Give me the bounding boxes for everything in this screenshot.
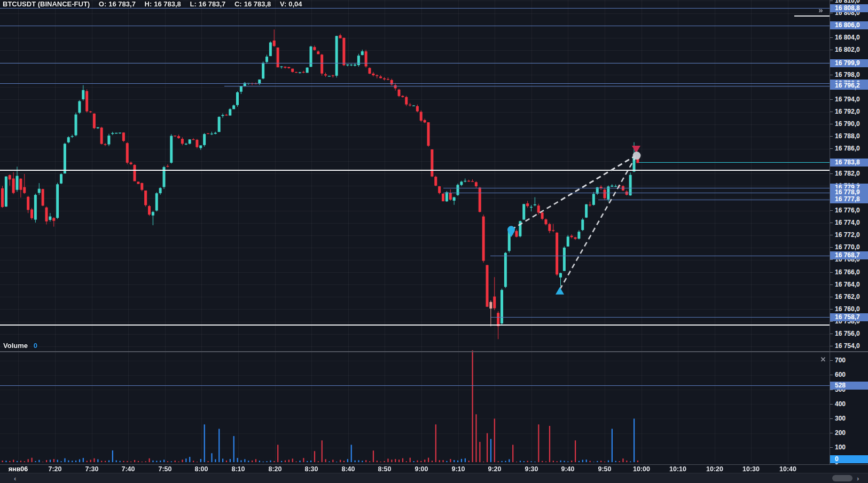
time-tick-10-30: 10:30 — [742, 465, 760, 473]
price-tick-16776: 16 776,0 — [830, 207, 868, 215]
price-tick-16792: 16 792,0 — [830, 108, 868, 116]
price-tick-16788: 16 788,0 — [830, 132, 868, 140]
tick-text: 16 772,0 — [835, 231, 860, 239]
price-chart-canvas[interactable] — [0, 0, 830, 462]
volume-zero-label: 0 — [830, 455, 868, 463]
tick-dash — [830, 447, 833, 448]
time-tick-янв06: янв06 — [9, 465, 28, 473]
tick-dash — [830, 99, 833, 100]
time-tick-10-10: 10:10 — [669, 465, 686, 473]
tick-text: 16 764,0 — [835, 281, 860, 289]
volume-tick-600: 600 — [830, 371, 868, 379]
time-tick-8-30: 8:30 — [304, 465, 318, 473]
price-level-label-16758.7: 16 758,7 — [830, 313, 868, 321]
collapse-axis-icon[interactable]: » — [813, 5, 827, 15]
time-tick-9-20: 9:20 — [488, 465, 501, 473]
tick-text: 700 — [835, 357, 846, 365]
volume-label: V: — [280, 0, 286, 8]
tick-text: 200 — [835, 429, 846, 437]
tick-text: 16 766,0 — [835, 268, 860, 276]
symbol-title[interactable]: BTCUSDT (BINANCE-FUT) — [3, 0, 90, 8]
horizontal-scrollbar[interactable]: ‹ › — [0, 473, 868, 483]
tick-dash — [830, 272, 833, 273]
time-axis[interactable]: янв067:207:307:407:508:008:108:208:308:4… — [0, 465, 830, 473]
volume-pane-title[interactable]: Volume — [3, 342, 28, 350]
tick-text: 16 788,0 — [835, 132, 860, 140]
open-value: 16 783,7 — [108, 0, 136, 8]
tick-text: 16 782,0 — [835, 170, 860, 178]
price-tick-16774: 16 774,0 — [830, 219, 868, 227]
ohlc-legend: BTCUSDT (BINANCE-FUT) O:16 783,7 H:16 78… — [3, 0, 304, 9]
time-axis-border — [0, 464, 868, 465]
pane-separator-handle[interactable] — [0, 351, 868, 352]
tick-text: 16 756,0 — [835, 330, 860, 338]
tick-text: 300 — [835, 415, 846, 423]
tick-dash — [830, 334, 833, 334]
price-level-label-16768.7: 16 768,7 — [830, 251, 868, 259]
volume-level-label-528: 528 — [830, 382, 868, 390]
tick-text: 16 804,0 — [835, 34, 860, 42]
time-tick-7-50: 7:50 — [158, 465, 171, 473]
scroll-right-icon[interactable]: › — [857, 474, 859, 483]
price-tick-16762: 16 762,0 — [830, 293, 868, 301]
volume-value: 0,04 — [288, 0, 302, 8]
tick-text: 16 762,0 — [835, 293, 860, 301]
tick-dash — [830, 124, 833, 124]
time-tick-8-00: 8:00 — [194, 465, 208, 473]
volume-pane-close-icon[interactable]: ✕ — [818, 355, 828, 364]
price-tick-16770: 16 770,0 — [830, 243, 868, 251]
tick-dash — [830, 284, 833, 285]
tick-text: 100 — [835, 444, 846, 452]
tick-dash — [830, 360, 833, 361]
tick-dash — [830, 136, 833, 137]
time-tick-8-20: 8:20 — [268, 465, 281, 473]
tick-dash — [830, 346, 833, 346]
volume-tick-300: 300 — [830, 415, 868, 423]
close-value: 16 783,8 — [244, 0, 271, 8]
price-tick-16794: 16 794,0 — [830, 96, 868, 104]
time-tick-7-30: 7:30 — [85, 465, 98, 473]
scroll-left-icon[interactable]: ‹ — [14, 474, 16, 483]
tick-text: 16 792,0 — [835, 108, 860, 116]
tick-dash — [830, 37, 833, 38]
time-tick-9-10: 9:10 — [451, 465, 465, 473]
price-level-label-16799.9: 16 799,9 — [830, 59, 868, 67]
high-value: 16 783,8 — [154, 0, 181, 8]
tick-dash — [830, 1, 833, 1]
tick-dash — [830, 112, 833, 112]
tick-dash — [830, 259, 833, 260]
volume-pane-legend: Volume 0 — [3, 342, 37, 350]
time-tick-10-00: 10:00 — [633, 465, 650, 473]
tick-dash — [830, 309, 833, 310]
price-tick-16782: 16 782,0 — [830, 170, 868, 178]
scrollbar-handle[interactable] — [832, 475, 853, 481]
tick-dash — [830, 404, 833, 405]
current-price-label: 16 783,8 — [830, 159, 868, 167]
time-tick-9-40: 9:40 — [561, 465, 574, 473]
time-tick-7-40: 7:40 — [121, 465, 135, 473]
price-tick-16790: 16 790,0 — [830, 120, 868, 128]
tick-dash — [830, 13, 833, 13]
time-tick-8-50: 8:50 — [378, 465, 391, 473]
volume-tick-400: 400 — [830, 400, 868, 408]
price-axis[interactable]: 16 754,016 756,016 758,016 760,016 762,0… — [830, 0, 868, 465]
tick-dash — [830, 210, 833, 211]
tick-dash — [830, 321, 833, 322]
volume-tick-200: 200 — [830, 429, 868, 437]
tick-text: 16 798,0 — [835, 71, 860, 79]
open-label: O: — [99, 0, 106, 8]
low-label: L: — [190, 0, 196, 8]
tick-text: 16 794,0 — [835, 96, 860, 104]
time-tick-8-10: 8:10 — [231, 465, 245, 473]
tick-text: 16 760,0 — [835, 305, 860, 313]
tick-dash — [830, 50, 833, 50]
volume-pane-value: 0 — [34, 342, 37, 350]
tick-text: 16 770,0 — [835, 243, 860, 251]
tick-dash — [830, 297, 833, 297]
time-tick-8-40: 8:40 — [341, 465, 355, 473]
price-tick-16754: 16 754,0 — [830, 342, 868, 350]
time-tick-9-30: 9:30 — [525, 465, 538, 473]
price-tick-16786: 16 786,0 — [830, 145, 868, 153]
tick-dash — [830, 375, 833, 375]
price-level-label-16796.2: 16 796,2 — [830, 82, 868, 90]
